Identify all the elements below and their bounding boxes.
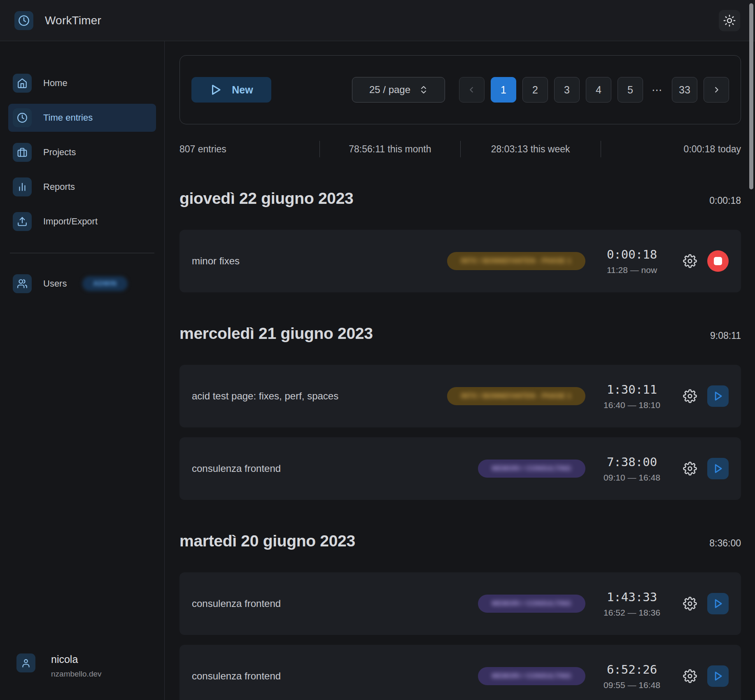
sidebar-item-time-entries[interactable]: Time entries xyxy=(8,104,156,132)
play-icon xyxy=(712,463,724,474)
clock-icon xyxy=(18,15,30,26)
sidebar-item-import-export[interactable]: Import/Export xyxy=(8,208,156,236)
entry-title: minor fixes xyxy=(192,255,240,267)
start-timer-button[interactable] xyxy=(707,665,729,687)
scrollbar-thumb[interactable] xyxy=(749,3,753,189)
start-timer-button[interactable] xyxy=(707,385,729,407)
toolbar: New 25 / page 1 2 3 4 5 ⋯ xyxy=(179,55,741,124)
project-badge-label: INTX / BONNEFANTEN - PHASE 1 xyxy=(461,257,571,265)
sidebar: Home Time entries Projects Reports Impor xyxy=(0,41,165,700)
sidebar-item-label: Users xyxy=(43,278,67,289)
stop-timer-button[interactable] xyxy=(707,250,729,272)
day-title: mercoledì 21 giugno 2023 xyxy=(179,324,373,343)
entry-title: consulenza frontend xyxy=(192,463,281,474)
entry-settings-button[interactable] xyxy=(682,595,698,612)
entry-range: 16:52 — 18:36 xyxy=(593,608,671,618)
play-icon xyxy=(210,84,222,96)
entry-list: acid test page: fixes, perf, spaces INTX… xyxy=(179,365,741,500)
stat-total-entries: 807 entries xyxy=(179,144,319,155)
sidebar-divider xyxy=(10,253,154,253)
prev-page-button[interactable] xyxy=(459,77,485,103)
entry-duration: 6:52:26 xyxy=(593,663,671,677)
entry-duration: 1:43:33 xyxy=(593,590,671,604)
start-timer-button[interactable] xyxy=(707,458,729,479)
project-badge-label: MEMORI / CONSULTING xyxy=(492,672,571,680)
day-list: giovedì 22 giugno 2023 0:00:18 minor fix… xyxy=(179,189,741,700)
page-button-1[interactable]: 1 xyxy=(491,77,516,103)
sidebar-item-users[interactable]: Users ADMIN xyxy=(8,270,156,298)
project-badge[interactable]: MEMORI / CONSULTING xyxy=(478,667,585,685)
entry-settings-button[interactable] xyxy=(682,388,698,404)
entry-list: minor fixes INTX / BONNEFANTEN - PHASE 1… xyxy=(179,230,741,292)
user-icon xyxy=(16,653,35,672)
next-page-button[interactable] xyxy=(704,77,729,103)
app-title: WorkTimer xyxy=(45,14,101,27)
entry-settings-button[interactable] xyxy=(682,460,698,477)
play-icon xyxy=(712,670,724,682)
start-timer-button[interactable] xyxy=(707,593,729,614)
current-user-card[interactable]: nicola nzambello.dev xyxy=(16,653,102,679)
admin-badge: ADMIN xyxy=(82,276,127,291)
page-size-select[interactable]: 25 / page xyxy=(352,77,445,103)
project-badge[interactable]: INTX / BONNEFANTEN - PHASE 1 xyxy=(447,387,585,405)
entry-title: consulenza frontend xyxy=(192,670,281,682)
page-button-last[interactable]: 33 xyxy=(672,77,697,103)
day-section: giovedì 22 giugno 2023 0:00:18 minor fix… xyxy=(179,189,741,292)
new-entry-button[interactable]: New xyxy=(191,77,271,103)
entry-range: 09:55 — 16:48 xyxy=(593,680,671,690)
gear-icon xyxy=(683,462,697,476)
project-badge[interactable]: MEMORI / CONSULTING xyxy=(478,460,585,478)
day-title: giovedì 22 giugno 2023 xyxy=(179,189,354,208)
entry-settings-button[interactable] xyxy=(682,253,698,269)
project-badge[interactable]: MEMORI / CONSULTING xyxy=(478,595,585,613)
time-entry-row: consulenza frontend MEMORI / CONSULTING … xyxy=(179,572,741,635)
project-badge[interactable]: INTX / BONNEFANTEN - PHASE 1 xyxy=(447,252,585,270)
time-entry-row: consulenza frontend MEMORI / CONSULTING … xyxy=(179,645,741,700)
entry-duration: 7:38:00 xyxy=(593,455,671,469)
entry-title: acid test page: fixes, perf, spaces xyxy=(192,390,338,402)
day-section: mercoledì 21 giugno 2023 9:08:11 acid te… xyxy=(179,324,741,500)
page-button-3[interactable]: 3 xyxy=(554,77,580,103)
project-badge-label: MEMORI / CONSULTING xyxy=(492,465,571,472)
gear-icon xyxy=(683,597,697,611)
project-badge-label: MEMORI / CONSULTING xyxy=(492,600,571,607)
page-button-2[interactable]: 2 xyxy=(522,77,548,103)
sidebar-item-reports[interactable]: Reports xyxy=(8,173,156,201)
sidebar-item-label: Time entries xyxy=(43,112,93,123)
page-button-5[interactable]: 5 xyxy=(618,77,643,103)
sidebar-item-label: Import/Export xyxy=(43,216,98,227)
day-title: martedì 20 giugno 2023 xyxy=(179,532,355,550)
entry-settings-button[interactable] xyxy=(682,668,698,684)
stat-this-week: 28:03:13 this week xyxy=(461,144,601,155)
user-domain: nzambello.dev xyxy=(51,670,102,679)
day-total: 0:00:18 xyxy=(709,195,741,206)
gear-icon xyxy=(683,389,697,403)
project-badge-label: INTX / BONNEFANTEN - PHASE 1 xyxy=(461,392,571,400)
page-button-4[interactable]: 4 xyxy=(586,77,611,103)
sidebar-item-label: Home xyxy=(43,78,68,89)
day-section: martedì 20 giugno 2023 8:36:00 consulenz… xyxy=(179,532,741,700)
new-entry-label: New xyxy=(232,84,253,96)
sun-icon xyxy=(723,14,736,27)
play-icon xyxy=(712,598,724,609)
user-name: nicola xyxy=(51,653,102,665)
page-size-value: 25 / page xyxy=(369,84,410,96)
entry-duration: 0:00:18 xyxy=(593,247,671,261)
pagination: 1 2 3 4 5 ⋯ 33 xyxy=(459,77,729,103)
sidebar-item-label: Projects xyxy=(43,147,76,158)
bar-chart-icon xyxy=(13,177,32,196)
gear-icon xyxy=(683,254,697,268)
main-content: New 25 / page 1 2 3 4 5 ⋯ xyxy=(165,41,755,700)
chevron-left-icon xyxy=(467,85,476,94)
entry-range: 11:28 — now xyxy=(593,265,671,275)
upload-icon xyxy=(13,212,32,231)
stat-today: 0:00:18 today xyxy=(601,144,741,155)
entry-title: consulenza frontend xyxy=(192,598,281,609)
sidebar-item-projects[interactable]: Projects xyxy=(8,138,156,166)
sidebar-item-home[interactable]: Home xyxy=(8,69,156,97)
clock-icon xyxy=(13,108,32,127)
day-total: 9:08:11 xyxy=(710,330,741,341)
briefcase-icon xyxy=(13,143,32,162)
theme-toggle-button[interactable] xyxy=(719,10,740,31)
stat-this-month: 78:56:11 this month xyxy=(320,144,460,155)
